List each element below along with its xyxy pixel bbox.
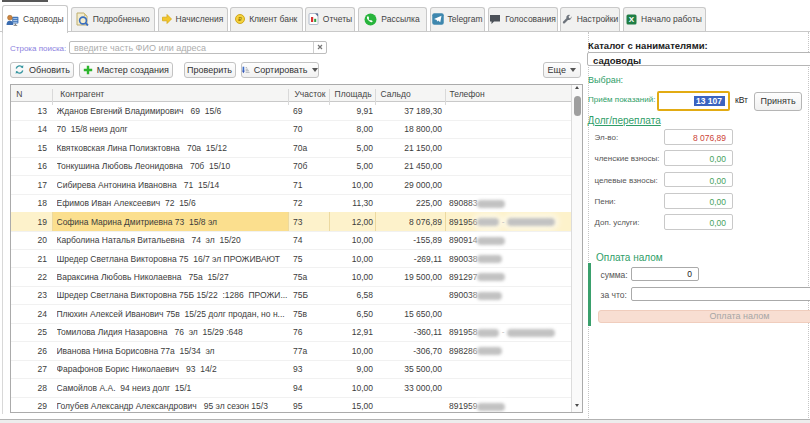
svg-text:X: X [629,15,635,24]
svg-text:₽: ₽ [238,16,242,22]
